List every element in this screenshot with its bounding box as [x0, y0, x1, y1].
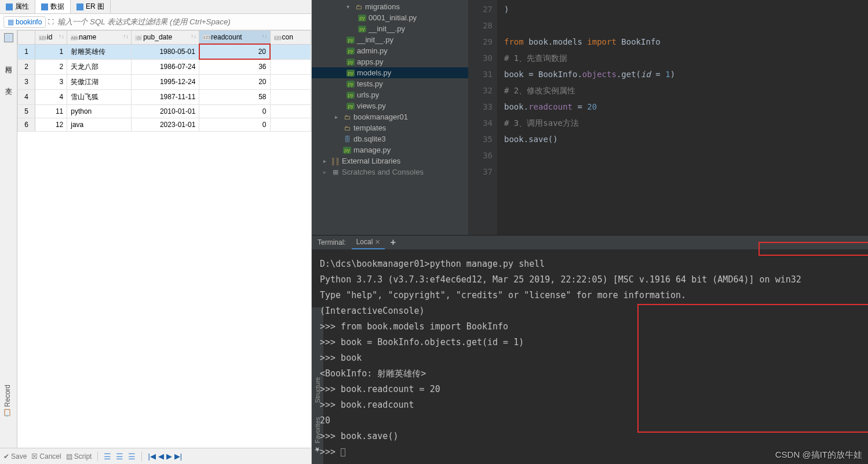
menu-icon-3[interactable]: ☰ — [128, 452, 136, 461]
cell-name[interactable]: java — [67, 118, 132, 131]
tree-file-models[interactable]: pymodels.py — [312, 67, 468, 78]
table-row[interactable]: 2 2 天龙八部 1986-07-24 36 — [18, 59, 311, 74]
code-line[interactable]: book = BookInfo.objects.get(id = 1) — [504, 66, 868, 82]
table-row[interactable]: 3 3 笑傲江湖 1995-12-24 20 — [18, 74, 311, 89]
cell-id[interactable]: 1 — [35, 44, 67, 59]
cell-pubdate[interactable]: 1995-12-24 — [132, 74, 199, 89]
data-table[interactable]: 123id↑↓ ABCname↑↓ ◷pub_date↑↓ 123readcou… — [17, 30, 311, 448]
cell-id[interactable]: 2 — [35, 59, 67, 74]
cell-name[interactable]: 射雕英雄传 — [67, 44, 132, 59]
nav-first-icon[interactable]: |◀ — [148, 452, 155, 461]
cell-readcount[interactable]: 0 — [199, 104, 270, 118]
cancel-button[interactable]: ☒ Cancel — [31, 452, 61, 461]
terminal-tab-local[interactable]: Local ✕ — [352, 235, 385, 249]
sort-icon[interactable]: ↑↓ — [59, 33, 64, 39]
col-pubdate[interactable]: ◷pub_date↑↓ — [132, 31, 199, 45]
nav-prev-icon[interactable]: ◀ — [158, 452, 164, 461]
tab-er-diagram[interactable]: ER 图 — [71, 0, 111, 13]
table-row[interactable]: 4 4 雪山飞狐 1987-11-11 58 — [18, 89, 311, 104]
terminal-body[interactable]: D:\dcs\bookmanager01>python manage.py sh… — [312, 249, 868, 464]
cell-con[interactable] — [270, 89, 311, 104]
cell-con[interactable] — [270, 44, 311, 59]
tree-file-tests[interactable]: pytests.py — [312, 78, 468, 89]
nav-last-icon[interactable]: ▶| — [174, 452, 182, 461]
save-button[interactable]: ✔ Save — [3, 452, 27, 461]
close-icon[interactable]: ✕ — [375, 238, 380, 245]
code-line[interactable]: ) — [504, 1, 868, 17]
cell-con[interactable] — [270, 74, 311, 89]
cell-readcount[interactable]: 0 — [199, 118, 270, 131]
grid-view-tab[interactable]: 网格 — [2, 56, 14, 66]
grid-view-icon[interactable] — [4, 33, 13, 42]
code-line[interactable]: # 1、先查询数据 — [504, 50, 868, 66]
nav-next-icon[interactable]: ▶ — [166, 452, 172, 461]
sort-icon[interactable]: ↑↓ — [123, 33, 129, 39]
tree-file-admin[interactable]: pyadmin.py — [312, 45, 468, 56]
code-line[interactable] — [504, 164, 868, 180]
table-row[interactable]: 6 12 java 2023-01-01 0 — [18, 118, 311, 131]
cell-pubdate[interactable]: 1987-11-11 — [132, 89, 199, 104]
tree-folder-templates[interactable]: 🗀templates — [312, 122, 468, 133]
code-line[interactable] — [504, 17, 868, 34]
cell-con[interactable] — [270, 104, 311, 118]
cell-pubdate[interactable]: 1980-05-01 — [132, 44, 199, 59]
tree-scratches[interactable]: ▸▦Scratches and Consoles — [312, 166, 468, 177]
cell-name[interactable]: python — [67, 104, 132, 118]
cell-name[interactable]: 天龙八部 — [67, 59, 132, 74]
table-row[interactable]: 1 1 射雕英雄传 1980-05-01 20 — [18, 44, 311, 59]
col-readcount[interactable]: 123readcount↑↓ — [199, 31, 270, 45]
filter-input[interactable] — [54, 16, 308, 27]
tree-external-libs[interactable]: ▸║║External Libraries — [312, 155, 468, 166]
tab-data[interactable]: 数据 — [35, 0, 71, 13]
tree-file-sqlite[interactable]: 🗄db.sqlite3 — [312, 133, 468, 144]
cell-id[interactable]: 3 — [35, 74, 67, 89]
menu-icon-1[interactable]: ☰ — [104, 452, 111, 461]
project-tree[interactable]: ▾🗀migrations py0001_initial.py py__init_… — [312, 0, 468, 235]
col-con[interactable]: 123con — [270, 31, 311, 45]
tree-file-init[interactable]: py__init__.py — [312, 34, 468, 45]
expand-icon[interactable]: ⛶ — [48, 19, 54, 25]
cell-con[interactable] — [270, 59, 311, 74]
col-rownum[interactable] — [18, 31, 35, 45]
tree-file-manage[interactable]: pymanage.py — [312, 144, 468, 155]
cell-readcount[interactable]: 20 — [199, 44, 270, 59]
text-view-tab[interactable]: 文本 — [2, 77, 14, 86]
code-editor[interactable]: 2728293031323334353637 ) from book.model… — [468, 0, 868, 235]
tree-file-init-mig[interactable]: py__init__.py — [312, 23, 468, 34]
cell-pubdate[interactable]: 1986-07-24 — [132, 59, 199, 74]
code-line[interactable]: # 3、调用save方法 — [504, 115, 868, 131]
cell-pubdate[interactable]: 2023-01-01 — [132, 118, 199, 131]
cell-id[interactable]: 4 — [35, 89, 67, 104]
code-line[interactable]: # 2、修改实例属性 — [504, 82, 868, 99]
cell-name[interactable]: 笑傲江湖 — [67, 74, 132, 89]
tree-folder-migrations[interactable]: ▾🗀migrations — [312, 1, 468, 12]
code-line[interactable] — [504, 147, 868, 164]
col-id[interactable]: 123id↑↓ — [35, 31, 67, 45]
script-button[interactable]: ▤ Script — [66, 452, 92, 461]
cell-id[interactable]: 12 — [35, 118, 67, 131]
code-line[interactable]: book.readcount = 20 — [504, 99, 868, 115]
tree-file-urls[interactable]: pyurls.py — [312, 89, 468, 100]
record-sidebar-tab[interactable]: 📋 Record — [2, 361, 13, 441]
code-content[interactable]: ) from book.models import BookInfo# 1、先查… — [497, 0, 868, 235]
add-terminal-icon[interactable]: + — [391, 237, 396, 248]
cell-readcount[interactable]: 58 — [199, 89, 270, 104]
tree-folder-bookmanager[interactable]: ▸🗀bookmanager01 — [312, 111, 468, 122]
col-name[interactable]: ABCname↑↓ — [67, 31, 132, 45]
cell-name[interactable]: 雪山飞狐 — [67, 89, 132, 104]
code-line[interactable]: from book.models import BookInfo — [504, 34, 868, 50]
table-row[interactable]: 5 11 python 2010-01-01 0 — [18, 104, 311, 118]
sort-icon[interactable]: ↑↓ — [262, 33, 268, 39]
tab-properties[interactable]: 属性 — [0, 0, 35, 13]
cell-id[interactable]: 11 — [35, 104, 67, 118]
menu-icon-2[interactable]: ☰ — [116, 452, 123, 461]
table-name-chip[interactable]: ▦bookinfo — [3, 16, 46, 28]
tree-file-apps[interactable]: pyapps.py — [312, 56, 468, 67]
cell-readcount[interactable]: 20 — [199, 74, 270, 89]
cell-con[interactable] — [270, 118, 311, 131]
cell-pubdate[interactable]: 2010-01-01 — [132, 104, 199, 118]
tree-file-initial[interactable]: py0001_initial.py — [312, 12, 468, 23]
code-line[interactable]: book.save() — [504, 131, 868, 147]
cell-readcount[interactable]: 36 — [199, 59, 270, 74]
sort-icon[interactable]: ↑↓ — [191, 33, 196, 39]
